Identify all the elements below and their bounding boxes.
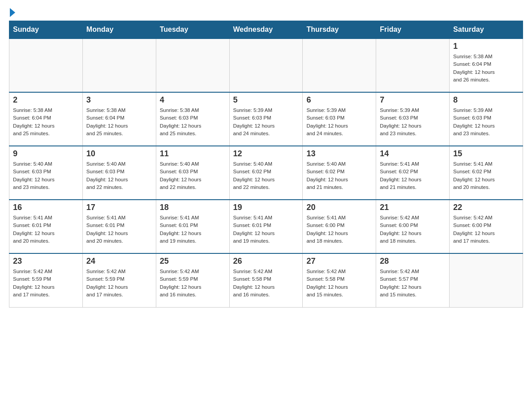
calendar-cell: 27Sunrise: 5:42 AM Sunset: 5:58 PM Dayli…: [303, 253, 376, 307]
column-header-thursday: Thursday: [303, 21, 376, 39]
day-number: 7: [380, 95, 446, 105]
day-number: 20: [306, 203, 372, 212]
calendar-cell: [156, 39, 229, 92]
calendar-cell: [303, 39, 376, 92]
week-row-1: 1Sunrise: 5:38 AM Sunset: 6:04 PM Daylig…: [9, 39, 523, 92]
day-info: Sunrise: 5:41 AM Sunset: 6:02 PM Dayligh…: [453, 160, 519, 191]
day-number: 26: [233, 257, 299, 266]
calendar-cell: 5Sunrise: 5:39 AM Sunset: 6:03 PM Daylig…: [229, 92, 303, 146]
calendar-cell: 14Sunrise: 5:41 AM Sunset: 6:02 PM Dayli…: [376, 146, 450, 200]
calendar-cell: 16Sunrise: 5:41 AM Sunset: 6:01 PM Dayli…: [9, 200, 83, 253]
day-info: Sunrise: 5:42 AM Sunset: 6:00 PM Dayligh…: [453, 214, 519, 245]
day-number: 18: [160, 203, 226, 212]
day-info: Sunrise: 5:40 AM Sunset: 6:02 PM Dayligh…: [233, 160, 299, 191]
calendar-cell: 11Sunrise: 5:40 AM Sunset: 6:03 PM Dayli…: [156, 146, 229, 200]
day-info: Sunrise: 5:42 AM Sunset: 5:58 PM Dayligh…: [306, 268, 372, 299]
day-info: Sunrise: 5:41 AM Sunset: 6:00 PM Dayligh…: [306, 214, 372, 245]
calendar-cell: [9, 39, 83, 92]
day-info: Sunrise: 5:39 AM Sunset: 6:03 PM Dayligh…: [453, 107, 519, 137]
day-info: Sunrise: 5:38 AM Sunset: 6:04 PM Dayligh…: [86, 107, 152, 137]
day-info: Sunrise: 5:42 AM Sunset: 5:59 PM Dayligh…: [160, 268, 226, 299]
calendar-cell: 21Sunrise: 5:42 AM Sunset: 6:00 PM Dayli…: [376, 200, 450, 253]
calendar-cell: [229, 39, 303, 92]
day-number: 14: [380, 149, 446, 158]
day-number: 16: [13, 203, 79, 212]
logo-arrow-icon: [10, 8, 15, 17]
calendar-cell: 15Sunrise: 5:41 AM Sunset: 6:02 PM Dayli…: [450, 146, 523, 200]
calendar-cell: 9Sunrise: 5:40 AM Sunset: 6:03 PM Daylig…: [9, 146, 83, 200]
day-info: Sunrise: 5:40 AM Sunset: 6:02 PM Dayligh…: [306, 160, 372, 191]
day-info: Sunrise: 5:41 AM Sunset: 6:01 PM Dayligh…: [160, 214, 226, 245]
calendar-cell: 22Sunrise: 5:42 AM Sunset: 6:00 PM Dayli…: [450, 200, 523, 253]
calendar-cell: 3Sunrise: 5:38 AM Sunset: 6:04 PM Daylig…: [82, 92, 156, 146]
column-header-tuesday: Tuesday: [156, 21, 229, 39]
calendar-cell: 23Sunrise: 5:42 AM Sunset: 5:59 PM Dayli…: [9, 253, 83, 307]
calendar-cell: 25Sunrise: 5:42 AM Sunset: 5:59 PM Dayli…: [156, 253, 229, 307]
day-info: Sunrise: 5:41 AM Sunset: 6:01 PM Dayligh…: [233, 214, 299, 245]
day-number: 11: [160, 149, 226, 158]
day-number: 3: [86, 95, 152, 105]
day-number: 2: [13, 95, 79, 105]
day-info: Sunrise: 5:39 AM Sunset: 6:03 PM Dayligh…: [233, 107, 299, 137]
calendar-cell: 24Sunrise: 5:42 AM Sunset: 5:59 PM Dayli…: [82, 253, 156, 307]
day-number: 6: [306, 95, 372, 105]
calendar-cell: 1Sunrise: 5:38 AM Sunset: 6:04 PM Daylig…: [450, 39, 523, 92]
column-header-monday: Monday: [82, 21, 156, 39]
day-info: Sunrise: 5:39 AM Sunset: 6:03 PM Dayligh…: [306, 107, 372, 137]
day-number: 1: [453, 42, 519, 51]
day-number: 5: [233, 95, 299, 105]
calendar-cell: 17Sunrise: 5:41 AM Sunset: 6:01 PM Dayli…: [82, 200, 156, 253]
calendar-cell: [82, 39, 156, 92]
calendar-header-row: SundayMondayTuesdayWednesdayThursdayFrid…: [9, 21, 523, 39]
week-row-3: 9Sunrise: 5:40 AM Sunset: 6:03 PM Daylig…: [9, 146, 523, 200]
calendar-cell: 7Sunrise: 5:39 AM Sunset: 6:03 PM Daylig…: [376, 92, 450, 146]
day-info: Sunrise: 5:42 AM Sunset: 5:58 PM Dayligh…: [233, 268, 299, 299]
calendar-table: SundayMondayTuesdayWednesdayThursdayFrid…: [9, 21, 523, 308]
day-number: 9: [13, 149, 79, 158]
calendar-cell: 8Sunrise: 5:39 AM Sunset: 6:03 PM Daylig…: [450, 92, 523, 146]
day-number: 25: [160, 257, 226, 266]
day-number: 27: [306, 257, 372, 266]
day-number: 8: [453, 95, 519, 105]
calendar-cell: 28Sunrise: 5:42 AM Sunset: 5:57 PM Dayli…: [376, 253, 450, 307]
day-info: Sunrise: 5:40 AM Sunset: 6:03 PM Dayligh…: [86, 160, 152, 191]
day-info: Sunrise: 5:38 AM Sunset: 6:04 PM Dayligh…: [453, 53, 519, 84]
day-info: Sunrise: 5:38 AM Sunset: 6:03 PM Dayligh…: [160, 107, 226, 137]
day-number: 13: [306, 149, 372, 158]
day-number: 12: [233, 149, 299, 158]
day-info: Sunrise: 5:42 AM Sunset: 5:59 PM Dayligh…: [13, 268, 79, 299]
calendar-cell: 10Sunrise: 5:40 AM Sunset: 6:03 PM Dayli…: [82, 146, 156, 200]
day-number: 22: [453, 203, 519, 212]
column-header-friday: Friday: [376, 21, 450, 39]
week-row-5: 23Sunrise: 5:42 AM Sunset: 5:59 PM Dayli…: [9, 253, 523, 307]
day-info: Sunrise: 5:42 AM Sunset: 5:59 PM Dayligh…: [86, 268, 152, 299]
calendar-cell: [376, 39, 450, 92]
day-number: 10: [86, 149, 152, 158]
calendar-cell: 6Sunrise: 5:39 AM Sunset: 6:03 PM Daylig…: [303, 92, 376, 146]
day-info: Sunrise: 5:42 AM Sunset: 6:00 PM Dayligh…: [380, 214, 446, 245]
day-info: Sunrise: 5:38 AM Sunset: 6:04 PM Dayligh…: [13, 107, 79, 137]
day-info: Sunrise: 5:42 AM Sunset: 5:57 PM Dayligh…: [380, 268, 446, 299]
day-info: Sunrise: 5:41 AM Sunset: 6:01 PM Dayligh…: [86, 214, 152, 245]
day-info: Sunrise: 5:41 AM Sunset: 6:02 PM Dayligh…: [380, 160, 446, 191]
calendar-cell: 18Sunrise: 5:41 AM Sunset: 6:01 PM Dayli…: [156, 200, 229, 253]
column-header-wednesday: Wednesday: [229, 21, 303, 39]
week-row-4: 16Sunrise: 5:41 AM Sunset: 6:01 PM Dayli…: [9, 200, 523, 253]
day-number: 21: [380, 203, 446, 212]
calendar-cell: 19Sunrise: 5:41 AM Sunset: 6:01 PM Dayli…: [229, 200, 303, 253]
logo: [9, 9, 15, 16]
day-number: 4: [160, 95, 226, 105]
day-info: Sunrise: 5:41 AM Sunset: 6:01 PM Dayligh…: [13, 214, 79, 245]
calendar-cell: 12Sunrise: 5:40 AM Sunset: 6:02 PM Dayli…: [229, 146, 303, 200]
day-number: 17: [86, 203, 152, 212]
column-header-saturday: Saturday: [450, 21, 523, 39]
day-info: Sunrise: 5:40 AM Sunset: 6:03 PM Dayligh…: [13, 160, 79, 191]
day-info: Sunrise: 5:40 AM Sunset: 6:03 PM Dayligh…: [160, 160, 226, 191]
calendar-cell: 20Sunrise: 5:41 AM Sunset: 6:00 PM Dayli…: [303, 200, 376, 253]
day-number: 23: [13, 257, 79, 266]
day-number: 15: [453, 149, 519, 158]
day-number: 24: [86, 257, 152, 266]
calendar-cell: [450, 253, 523, 307]
page-header: [9, 9, 523, 16]
day-number: 28: [380, 257, 446, 266]
